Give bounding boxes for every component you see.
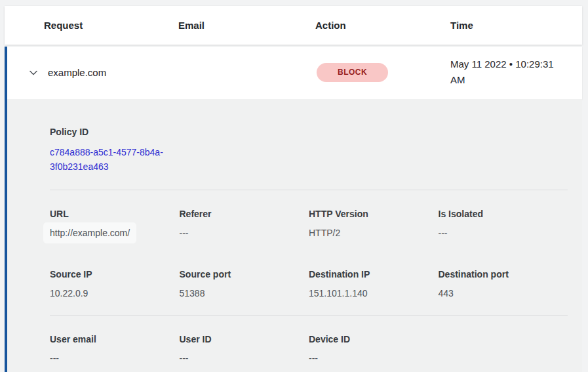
log-detail-panel: Policy ID c784a888-a5c1-4577-8b4a-3f0b23… bbox=[5, 99, 582, 372]
action-badge: BLOCK bbox=[317, 63, 388, 82]
field-label: Source IP bbox=[50, 269, 180, 280]
log-row[interactable]: example.com BLOCK May 11 2022 • 10:29:31… bbox=[5, 47, 582, 99]
field-label: Device ID bbox=[309, 334, 439, 345]
detail-row: URL http://example.com/ Referer --- HTTP… bbox=[50, 209, 568, 239]
section-divider bbox=[50, 190, 568, 190]
field-device-id: Device ID --- bbox=[309, 334, 439, 364]
field-user-email: User email --- bbox=[50, 334, 180, 364]
url-value: http://example.com/ bbox=[43, 222, 136, 243]
field-value: 51388 bbox=[180, 287, 309, 299]
column-header-action: Action bbox=[315, 6, 346, 45]
field-label: User email bbox=[50, 334, 180, 345]
field-label: Destination port bbox=[439, 269, 568, 280]
field-url: URL http://example.com/ bbox=[50, 209, 180, 239]
detail-row: Source IP 10.22.0.9 Source port 51388 De… bbox=[50, 269, 568, 299]
field-value: --- bbox=[309, 352, 439, 364]
time-value: May 11 2022 • 10:29:31 AM bbox=[450, 56, 567, 88]
field-empty bbox=[439, 334, 568, 364]
column-header-email: Email bbox=[178, 6, 205, 45]
request-value: example.com bbox=[48, 47, 106, 99]
field-source-ip: Source IP 10.22.0.9 bbox=[50, 269, 180, 299]
detail-row: User email --- User ID --- Device ID --- bbox=[50, 334, 568, 364]
chevron-down-icon[interactable] bbox=[28, 68, 39, 78]
field-label: Referer bbox=[180, 209, 309, 220]
field-policy-id: Policy ID c784a888-a5c1-4577-8b4a-3f0b23… bbox=[50, 127, 568, 174]
field-referer: Referer --- bbox=[180, 209, 309, 239]
field-label: Destination IP bbox=[309, 269, 439, 280]
field-value: 10.22.0.9 bbox=[50, 287, 180, 299]
policy-id-link[interactable]: c784a888-a5c1-4577-8b4a-3f0b231ea463 bbox=[50, 145, 184, 174]
field-destination-ip: Destination IP 151.101.1.140 bbox=[309, 269, 439, 299]
field-value: --- bbox=[439, 227, 568, 239]
field-value: --- bbox=[180, 352, 309, 364]
section-divider bbox=[50, 315, 568, 316]
field-value: --- bbox=[50, 352, 180, 364]
field-label: HTTP Version bbox=[309, 209, 439, 220]
field-value: 151.101.1.140 bbox=[309, 287, 439, 299]
field-value: HTTP/2 bbox=[309, 227, 439, 239]
column-header-time: Time bbox=[450, 6, 473, 45]
selected-row-accent bbox=[5, 47, 7, 372]
field-label: User ID bbox=[180, 334, 309, 345]
field-source-port: Source port 51388 bbox=[180, 269, 309, 299]
table-header: Request Email Action Time bbox=[5, 6, 582, 45]
field-label: Source port bbox=[180, 269, 309, 280]
field-http-version: HTTP Version HTTP/2 bbox=[309, 209, 439, 239]
field-value: http://example.com/ bbox=[50, 227, 180, 239]
column-header-request: Request bbox=[44, 6, 83, 45]
field-label: Policy ID bbox=[50, 127, 568, 138]
field-value: --- bbox=[180, 227, 309, 239]
field-is-isolated: Is Isolated --- bbox=[439, 209, 568, 239]
field-value: 443 bbox=[439, 287, 568, 299]
field-label: Is Isolated bbox=[439, 209, 568, 220]
field-user-id: User ID --- bbox=[180, 334, 309, 364]
field-label: URL bbox=[50, 209, 180, 220]
field-destination-port: Destination port 443 bbox=[439, 269, 568, 299]
